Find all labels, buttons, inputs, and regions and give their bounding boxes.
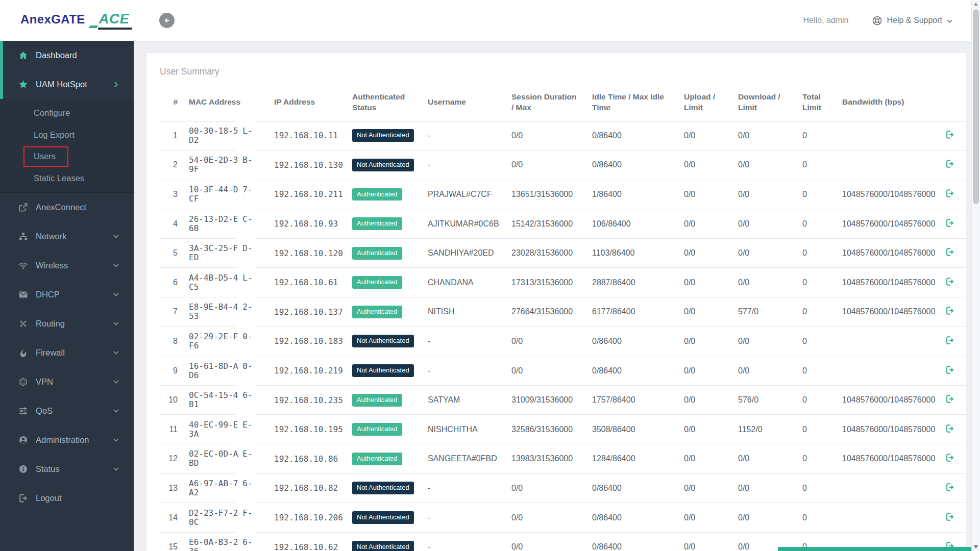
sidebar-item-dashboard[interactable]: Dashboard [0,41,134,70]
sidebar-item-network[interactable]: Network [0,222,134,251]
cell-mac: 40-EC-99-EE-3A [189,415,274,444]
scrollbar-up-arrow-icon[interactable] [974,3,978,6]
row-signout-button[interactable] [945,453,954,464]
cell-idle: 0/86400 [592,151,684,180]
mac-prefix: 26-13-D2-E [189,214,238,224]
mac-suffix: 0C [189,518,269,527]
row-signout-button[interactable] [945,247,954,259]
mac-prefix: A6-97-AB-7 [189,479,238,488]
status-badge: Not Authenticated [352,159,414,171]
sidebar-item-label: UAM HotSpot [36,80,87,89]
cell-ip: 192.168.10.93 [274,209,352,239]
fire-icon [18,348,30,358]
row-signout-button[interactable] [945,189,954,200]
cell-upload: 0/0 [684,268,738,297]
row-signout-button[interactable] [945,365,954,377]
row-signout-button[interactable] [945,130,954,141]
cell-download: 0/0 [738,238,802,268]
sidebar-subitem-configure[interactable]: Configure [0,102,134,124]
sidebar-item-dhcp[interactable]: DHCP [0,280,134,309]
cell-username: - [428,473,511,503]
scrollbar-down-arrow-icon[interactable] [974,545,978,548]
horizontal-scrollbar-thumb[interactable] [778,547,971,551]
table-row: 14D2-23-F7-2F-0C192.168.10.206Not Authen… [159,503,966,533]
sidebar-item-label: VPN [36,377,53,387]
mac-fragment: 0- [242,361,252,371]
cell-download: 0/0 [738,444,802,474]
mac-prefix: 0C-54-15-4 [189,390,238,400]
user-circle-icon [18,435,30,445]
mac-fragment: B- [242,155,252,165]
sign-out-icon [945,336,954,347]
row-signout-button[interactable] [945,394,954,406]
sidebar-item-label: Administration [36,435,89,445]
table-row: 7E8-9E-B4-42-53192.168.10.137Authenticat… [159,297,966,327]
sidebar-item-status[interactable]: Status [0,455,134,484]
vertical-scrollbar-thumb[interactable] [973,9,979,204]
cell-download: 0/0 [738,356,802,386]
cell-mac: A4-4B-D5-4L-C5 [189,268,274,297]
sidebar-item-vpn[interactable]: VPN [0,367,134,396]
row-signout-button[interactable] [945,483,954,494]
row-signout-button[interactable] [945,336,954,347]
vertical-scrollbar[interactable] [971,0,980,551]
status-badge: Authenticated [352,276,402,289]
cell-auth-status: Authenticated [352,238,428,268]
chevron-down-icon [113,291,119,298]
cell-idle: 0/86400 [592,503,684,533]
help-support-menu[interactable]: Help & Support [872,15,953,26]
sidebar-item-uam-hotspot[interactable]: UAM HotSpot [0,70,134,99]
user-summary-table: #MAC AddressIP AddressAuthenticated Stat… [159,84,966,551]
row-signout-button[interactable] [945,424,954,435]
sidebar-subitem-static-leases[interactable]: Static Leases [0,167,134,189]
row-signout-button[interactable] [945,159,954,170]
row-signout-button[interactable] [945,512,954,523]
cell-bandwidth: 1048576000/1048576000 [842,180,945,209]
status-badge: Authenticated [352,247,402,260]
sidebar-item-firewall[interactable]: Firewall [0,338,134,367]
sidebar-subitem-users[interactable]: Users [0,146,134,168]
row-signout-button[interactable] [945,277,954,288]
cell-download: 0/0 [738,268,802,297]
sidebar-subitem-log-export[interactable]: Log Export [0,124,134,146]
row-signout-button[interactable] [945,306,954,317]
cell-action [945,297,966,327]
table-row: 1202-EC-0D-AE-BD192.168.10.86Authenticat… [159,444,966,474]
chevron-right-icon [113,81,119,88]
cell-ip: 192.168.10.137 [274,297,352,327]
sidebar-item-label: Dashboard [36,51,77,60]
arrows-icon [18,319,30,329]
sidebar-item-logout[interactable]: Logout [0,484,134,513]
sidebar-item-anexconnect[interactable]: AnexConnect [0,193,134,222]
sidebar-item-routing[interactable]: Routing [0,309,134,338]
mac-fragment: E- [242,420,252,430]
table-row: 426-13-D2-EC-6B192.168.10.93Authenticate… [159,209,966,239]
cell-index: 8 [159,327,189,356]
sliders-icon [18,406,30,416]
cell-total: 0 [802,327,842,356]
collapse-sidebar-button[interactable] [159,13,175,28]
brand-logo-text: AnexGATE [20,12,85,27]
cell-idle: 0/86400 [592,356,684,386]
cell-auth-status: Authenticated [352,415,428,444]
cell-username: SANGEETA#0FBD [428,444,511,474]
cell-action [945,385,966,415]
row-signout-button[interactable] [945,218,954,230]
sidebar-item-qos[interactable]: QoS [0,396,134,425]
cell-mac: 02-29-2E-F0-F6 [189,327,274,356]
cell-index: 10 [159,385,189,415]
cell-username: - [428,532,511,551]
sidebar-item-administration[interactable]: Administration [0,425,134,455]
cell-auth-status: Not Authenticated [352,121,428,151]
mac-prefix: 02-29-2E-F [189,332,238,341]
cell-action [945,268,966,297]
cell-session: 27664/31536000 [511,297,592,327]
cell-action [945,151,966,180]
cell-session: 0/0 [511,151,592,180]
cell-auth-status: Authenticated [352,297,428,327]
cell-action [945,180,966,209]
cell-auth-status: Not Authenticated [352,503,428,533]
cell-mac: A6-97-AB-76-A2 [189,473,274,503]
cell-username: SANDHIYA#20ED [428,238,511,268]
sidebar-item-wireless[interactable]: Wireless [0,251,134,280]
